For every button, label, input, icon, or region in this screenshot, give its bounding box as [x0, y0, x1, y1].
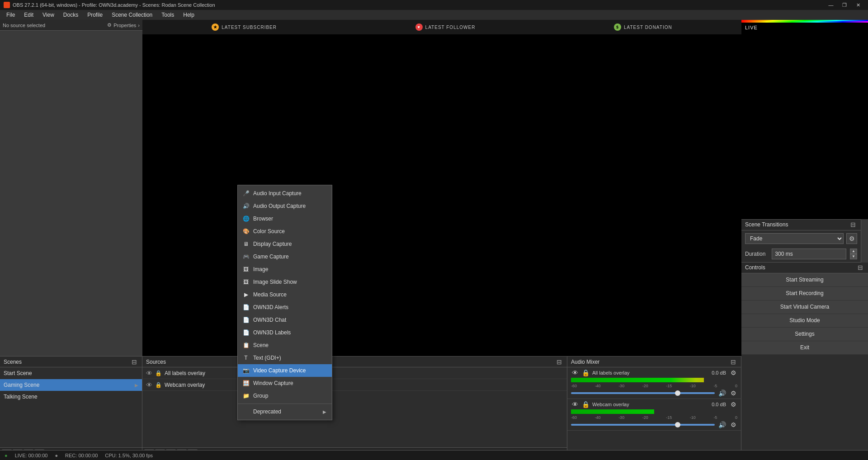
ctx-item-color-source[interactable]: 🎨 Color Source — [238, 225, 332, 238]
scene-icon: 📋 — [242, 342, 250, 349]
duration-input[interactable] — [772, 249, 846, 259]
start-virtual-camera-button[interactable]: Start Virtual Camera — [741, 300, 868, 314]
menu-item-edit[interactable]: Edit — [19, 10, 38, 20]
ctx-item-own3d-alerts[interactable]: 📄 OWN3D Alerts — [238, 301, 332, 314]
scene-transitions-title: Scene Transitions — [745, 221, 788, 228]
subscriber-label: LATEST SUBSCRIBER — [222, 25, 277, 30]
transition-select[interactable]: FadeCutLuma WipeStingerSlideSwipe — [745, 233, 844, 244]
lock-button[interactable]: 🔒 — [155, 382, 162, 388]
track-slider-row: 🔊 ⚙ — [571, 390, 737, 397]
minimize-button[interactable]: — — [825, 1, 837, 9]
ctx-item-deprecated[interactable]: Deprecated ▶ — [238, 405, 332, 418]
transition-gear-button[interactable]: ⚙ — [846, 233, 857, 244]
display-capture-icon: 🖥 — [242, 240, 250, 248]
start-recording-button[interactable]: Start Recording — [741, 287, 868, 300]
scene-item-talking-scene[interactable]: Talking Scene — [0, 391, 142, 403]
own3d-chat-icon: 📄 — [242, 316, 250, 324]
ctx-item-image[interactable]: 🖼 Image — [238, 263, 332, 276]
menu-item-tools[interactable]: Tools — [157, 10, 179, 20]
ctx-label: Media Source — [253, 291, 287, 298]
close-button[interactable]: ✕ — [852, 1, 864, 9]
studio-mode-button[interactable]: Studio Mode — [741, 314, 868, 328]
audio-mixer-options-icon[interactable]: ⊟ — [729, 358, 737, 366]
star-icon: ★ — [212, 23, 219, 31]
ctx-item-group[interactable]: 📁 Group — [238, 390, 332, 402]
scene-item-start-scene[interactable]: Start Scene — [0, 367, 142, 379]
source-item: 👁 🔒 All labels overlay — [142, 367, 567, 379]
scenes-options-icon[interactable]: ⊟ — [130, 358, 138, 366]
window-controls: — ❐ ✕ — [825, 1, 864, 9]
track-more-button[interactable]: ⚙ — [730, 390, 737, 397]
ctx-label: Game Capture — [253, 253, 289, 260]
duration-label: Duration — [745, 251, 765, 257]
own3d-labels-icon: 📄 — [242, 329, 250, 336]
gear-icon: ⚙ — [107, 22, 112, 28]
menu-item-help[interactable]: Help — [179, 10, 199, 20]
scene-transitions-options-icon[interactable]: ⊟ — [849, 221, 857, 229]
sources-list: 👁 🔒 All labels overlay 👁 🔒 Webcam overla… — [142, 367, 567, 447]
track-gear-button[interactable]: ⚙ — [730, 401, 737, 408]
duration-down-button[interactable]: ▼ — [850, 254, 857, 259]
ctx-item-text-gdi[interactable]: T Text (GDI+) — [238, 352, 332, 364]
ctx-item-scene[interactable]: 📋 Scene — [238, 339, 332, 352]
exit-button[interactable]: Exit — [741, 341, 868, 355]
sources-panel-header: Sources ⊟ — [142, 357, 567, 367]
submenu-arrow-icon: ▶ — [323, 409, 326, 414]
context-menu-separator — [238, 404, 332, 404]
ctx-label: Browser — [253, 216, 273, 222]
track-volume-slider[interactable] — [571, 392, 715, 394]
track-volume-slider[interactable] — [571, 424, 715, 426]
ctx-item-own3d-labels[interactable]: 📄 OWN3D Labels — [238, 326, 332, 339]
track-mute-button[interactable]: 🔊 — [717, 390, 727, 397]
scene-transitions-header: Scene Transitions ⊟ — [741, 220, 861, 230]
track-gear-button[interactable]: ⚙ — [730, 369, 737, 376]
ctx-item-video-capture[interactable]: 📷 Video Capture Device — [238, 364, 332, 377]
lock-button[interactable]: 🔒 — [155, 370, 162, 376]
menu-item-file[interactable]: File — [2, 10, 19, 20]
live-label: LIVE — [745, 25, 758, 30]
ctx-item-own3d-chat[interactable]: 📄 OWN3D Chat — [238, 314, 332, 326]
menu-item-profile[interactable]: Profile — [83, 10, 107, 20]
title-bar: OBS 27.2.1 (64-bit, windows) - Profile: … — [0, 0, 868, 10]
properties-button[interactable]: ⚙ Properties › — [107, 22, 140, 28]
ctx-label: Audio Output Capture — [253, 203, 306, 209]
ctx-item-game-capture[interactable]: 🎮 Game Capture — [238, 250, 332, 263]
track-mute-button[interactable]: 🔊 — [717, 421, 727, 428]
rec-status-label: REC: 00:00:00 — [65, 453, 98, 458]
scene-name: Gaming Scene — [4, 382, 39, 388]
visibility-button[interactable]: 👁 — [146, 370, 152, 377]
ctx-item-display-capture[interactable]: 🖥 Display Capture — [238, 238, 332, 250]
audio-mixer-title: Audio Mixer — [571, 359, 599, 365]
track-lock-button[interactable]: 🔒 — [581, 401, 590, 408]
menu-item-view[interactable]: View — [38, 10, 59, 20]
ctx-item-window-capture[interactable]: 🪟 Window Capture — [238, 377, 332, 390]
track-visibility-button[interactable]: 👁 — [571, 369, 579, 376]
controls-options-icon[interactable]: ⊟ — [856, 263, 864, 272]
ctx-item-audio-input[interactable]: 🎤 Audio Input Capture — [238, 187, 332, 200]
maximize-button[interactable]: ❐ — [838, 1, 851, 9]
menu-item-docks[interactable]: Docks — [59, 10, 83, 20]
track-db-labels: -60-40-30-20-15-10-50 — [571, 384, 737, 388]
track-visibility-button[interactable]: 👁 — [571, 401, 579, 408]
controls-buttons: Start StreamingStart RecordingStart Virt… — [741, 273, 868, 355]
live-preview: LIVE — [741, 20, 868, 219]
ctx-label: Window Capture — [253, 380, 293, 386]
start-streaming-button[interactable]: Start Streaming — [741, 273, 868, 287]
ctx-item-audio-output[interactable]: 🔊 Audio Output Capture — [238, 200, 332, 212]
ctx-item-browser[interactable]: 🌐 Browser — [238, 212, 332, 225]
donation-label: LATEST DONATION — [624, 25, 672, 30]
ctx-item-media-source[interactable]: ▶ Media Source — [238, 288, 332, 301]
duration-up-button[interactable]: ▲ — [850, 249, 857, 254]
track-lock-button[interactable]: 🔒 — [581, 369, 590, 376]
ctx-item-image-slide-show[interactable]: 🖼 Image Slide Show — [238, 276, 332, 288]
visibility-button[interactable]: 👁 — [146, 381, 152, 389]
scene-item-gaming-scene[interactable]: Gaming Scene▶ — [0, 379, 142, 391]
controls-title: Controls — [745, 264, 765, 271]
settings-button[interactable]: Settings — [741, 328, 868, 341]
properties-label: Properties — [113, 23, 136, 28]
audio-track: 👁 🔒 All labels overlay 0.0 dB ⚙ -60-40-3… — [567, 367, 741, 399]
audio-mixer-panel: Audio Mixer ⊟ 👁 🔒 All labels overlay 0.0… — [567, 357, 741, 460]
menu-item-scene collection[interactable]: Scene Collection — [107, 10, 157, 20]
track-more-button[interactable]: ⚙ — [730, 421, 737, 428]
sources-options-icon[interactable]: ⊟ — [555, 358, 563, 366]
